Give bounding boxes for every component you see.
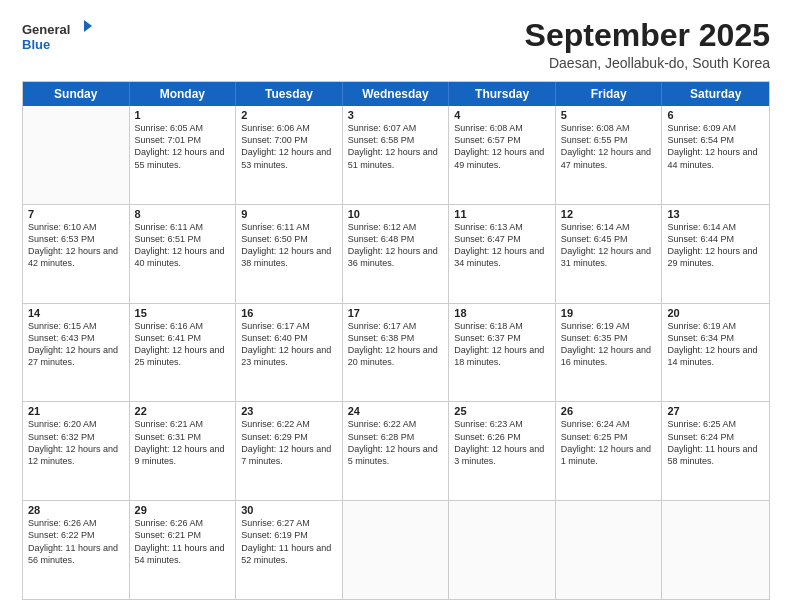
calendar: SundayMondayTuesdayWednesdayThursdayFrid…	[22, 81, 770, 600]
day-number: 28	[28, 504, 124, 516]
sunrise-text: Sunrise: 6:05 AM	[135, 122, 231, 134]
day-number: 29	[135, 504, 231, 516]
daylight-text: Daylight: 12 hours and 53 minutes.	[241, 146, 337, 170]
daylight-text: Daylight: 12 hours and 14 minutes.	[667, 344, 764, 368]
calendar-empty-0-0	[23, 106, 130, 204]
daylight-text: Daylight: 12 hours and 31 minutes.	[561, 245, 657, 269]
svg-text:Blue: Blue	[22, 37, 50, 52]
day-number: 17	[348, 307, 444, 319]
daylight-text: Daylight: 12 hours and 55 minutes.	[135, 146, 231, 170]
calendar-week-3: 14Sunrise: 6:15 AMSunset: 6:43 PMDayligh…	[23, 303, 769, 402]
calendar-day-29: 29Sunrise: 6:26 AMSunset: 6:21 PMDayligh…	[130, 501, 237, 599]
calendar-empty-4-6	[662, 501, 769, 599]
calendar-week-5: 28Sunrise: 6:26 AMSunset: 6:22 PMDayligh…	[23, 500, 769, 599]
daylight-text: Daylight: 12 hours and 18 minutes.	[454, 344, 550, 368]
header-day-wednesday: Wednesday	[343, 82, 450, 106]
calendar-day-10: 10Sunrise: 6:12 AMSunset: 6:48 PMDayligh…	[343, 205, 450, 303]
sunset-text: Sunset: 6:58 PM	[348, 134, 444, 146]
calendar-day-12: 12Sunrise: 6:14 AMSunset: 6:45 PMDayligh…	[556, 205, 663, 303]
day-number: 27	[667, 405, 764, 417]
daylight-text: Daylight: 12 hours and 20 minutes.	[348, 344, 444, 368]
calendar-header-row: SundayMondayTuesdayWednesdayThursdayFrid…	[23, 82, 769, 106]
calendar-day-23: 23Sunrise: 6:22 AMSunset: 6:29 PMDayligh…	[236, 402, 343, 500]
daylight-text: Daylight: 12 hours and 42 minutes.	[28, 245, 124, 269]
calendar-day-4: 4Sunrise: 6:08 AMSunset: 6:57 PMDaylight…	[449, 106, 556, 204]
svg-text:General: General	[22, 22, 70, 37]
sunrise-text: Sunrise: 6:23 AM	[454, 418, 550, 430]
sunset-text: Sunset: 7:00 PM	[241, 134, 337, 146]
daylight-text: Daylight: 12 hours and 29 minutes.	[667, 245, 764, 269]
sunrise-text: Sunrise: 6:14 AM	[561, 221, 657, 233]
sunset-text: Sunset: 6:25 PM	[561, 431, 657, 443]
sunrise-text: Sunrise: 6:08 AM	[454, 122, 550, 134]
daylight-text: Daylight: 12 hours and 23 minutes.	[241, 344, 337, 368]
sunset-text: Sunset: 6:43 PM	[28, 332, 124, 344]
calendar-day-20: 20Sunrise: 6:19 AMSunset: 6:34 PMDayligh…	[662, 304, 769, 402]
sunrise-text: Sunrise: 6:08 AM	[561, 122, 657, 134]
header-day-saturday: Saturday	[662, 82, 769, 106]
daylight-text: Daylight: 12 hours and 16 minutes.	[561, 344, 657, 368]
daylight-text: Daylight: 12 hours and 9 minutes.	[135, 443, 231, 467]
calendar-day-26: 26Sunrise: 6:24 AMSunset: 6:25 PMDayligh…	[556, 402, 663, 500]
svg-marker-2	[84, 20, 92, 32]
sunset-text: Sunset: 6:38 PM	[348, 332, 444, 344]
sunset-text: Sunset: 6:54 PM	[667, 134, 764, 146]
daylight-text: Daylight: 12 hours and 27 minutes.	[28, 344, 124, 368]
sunrise-text: Sunrise: 6:16 AM	[135, 320, 231, 332]
calendar-day-9: 9Sunrise: 6:11 AMSunset: 6:50 PMDaylight…	[236, 205, 343, 303]
daylight-text: Daylight: 12 hours and 49 minutes.	[454, 146, 550, 170]
day-number: 7	[28, 208, 124, 220]
sunset-text: Sunset: 6:34 PM	[667, 332, 764, 344]
sunrise-text: Sunrise: 6:07 AM	[348, 122, 444, 134]
calendar-day-16: 16Sunrise: 6:17 AMSunset: 6:40 PMDayligh…	[236, 304, 343, 402]
daylight-text: Daylight: 12 hours and 7 minutes.	[241, 443, 337, 467]
daylight-text: Daylight: 12 hours and 5 minutes.	[348, 443, 444, 467]
day-number: 23	[241, 405, 337, 417]
day-number: 9	[241, 208, 337, 220]
calendar-day-2: 2Sunrise: 6:06 AMSunset: 7:00 PMDaylight…	[236, 106, 343, 204]
daylight-text: Daylight: 11 hours and 56 minutes.	[28, 542, 124, 566]
header-day-sunday: Sunday	[23, 82, 130, 106]
day-number: 21	[28, 405, 124, 417]
sunset-text: Sunset: 6:45 PM	[561, 233, 657, 245]
sunrise-text: Sunrise: 6:09 AM	[667, 122, 764, 134]
header-day-thursday: Thursday	[449, 82, 556, 106]
sunset-text: Sunset: 6:24 PM	[667, 431, 764, 443]
day-number: 24	[348, 405, 444, 417]
header: General Blue September 2025 Daesan, Jeol…	[22, 18, 770, 71]
sunset-text: Sunset: 6:26 PM	[454, 431, 550, 443]
sunset-text: Sunset: 6:44 PM	[667, 233, 764, 245]
daylight-text: Daylight: 12 hours and 51 minutes.	[348, 146, 444, 170]
sunset-text: Sunset: 6:47 PM	[454, 233, 550, 245]
sunset-text: Sunset: 6:28 PM	[348, 431, 444, 443]
calendar-day-15: 15Sunrise: 6:16 AMSunset: 6:41 PMDayligh…	[130, 304, 237, 402]
calendar-week-2: 7Sunrise: 6:10 AMSunset: 6:53 PMDaylight…	[23, 204, 769, 303]
calendar-body: 1Sunrise: 6:05 AMSunset: 7:01 PMDaylight…	[23, 106, 769, 599]
calendar-day-13: 13Sunrise: 6:14 AMSunset: 6:44 PMDayligh…	[662, 205, 769, 303]
calendar-day-5: 5Sunrise: 6:08 AMSunset: 6:55 PMDaylight…	[556, 106, 663, 204]
day-number: 10	[348, 208, 444, 220]
sunrise-text: Sunrise: 6:22 AM	[241, 418, 337, 430]
calendar-day-24: 24Sunrise: 6:22 AMSunset: 6:28 PMDayligh…	[343, 402, 450, 500]
calendar-day-7: 7Sunrise: 6:10 AMSunset: 6:53 PMDaylight…	[23, 205, 130, 303]
sunset-text: Sunset: 6:41 PM	[135, 332, 231, 344]
sunrise-text: Sunrise: 6:10 AM	[28, 221, 124, 233]
day-number: 11	[454, 208, 550, 220]
sunset-text: Sunset: 6:35 PM	[561, 332, 657, 344]
sunrise-text: Sunrise: 6:26 AM	[28, 517, 124, 529]
sunrise-text: Sunrise: 6:17 AM	[348, 320, 444, 332]
day-number: 4	[454, 109, 550, 121]
month-title: September 2025	[525, 18, 770, 53]
page: General Blue September 2025 Daesan, Jeol…	[0, 0, 792, 612]
sunrise-text: Sunrise: 6:19 AM	[667, 320, 764, 332]
daylight-text: Daylight: 12 hours and 36 minutes.	[348, 245, 444, 269]
sunrise-text: Sunrise: 6:25 AM	[667, 418, 764, 430]
sunrise-text: Sunrise: 6:11 AM	[241, 221, 337, 233]
location: Daesan, Jeollabuk-do, South Korea	[525, 55, 770, 71]
calendar-week-4: 21Sunrise: 6:20 AMSunset: 6:32 PMDayligh…	[23, 401, 769, 500]
sunset-text: Sunset: 6:37 PM	[454, 332, 550, 344]
sunrise-text: Sunrise: 6:18 AM	[454, 320, 550, 332]
calendar-day-21: 21Sunrise: 6:20 AMSunset: 6:32 PMDayligh…	[23, 402, 130, 500]
sunrise-text: Sunrise: 6:19 AM	[561, 320, 657, 332]
day-number: 30	[241, 504, 337, 516]
